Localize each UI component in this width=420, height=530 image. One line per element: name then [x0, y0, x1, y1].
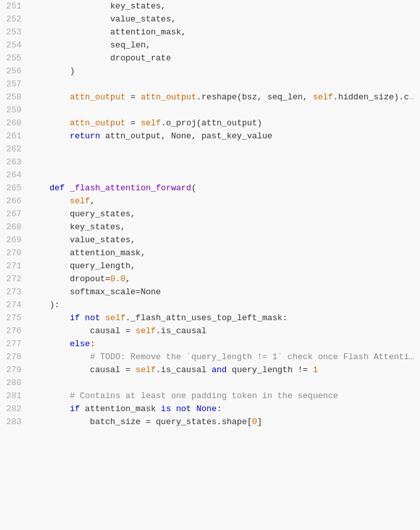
- code-line-263: 263: [0, 156, 420, 169]
- code-line-283: 283 batch_size = query_states.shape[0]: [0, 416, 420, 429]
- line-num-282: 282: [0, 403, 29, 416]
- code-line-258: 258 attn_output = attn_output.reshape(bs…: [0, 91, 420, 104]
- line-num-268: 268: [0, 221, 29, 234]
- line-content-251: key_states,: [29, 0, 420, 13]
- line-num-262: 262: [0, 143, 29, 156]
- code-line-279: 279 causal = self.is_causal and query_le…: [0, 364, 420, 377]
- code-line-255: 255 dropout_rate: [0, 52, 420, 65]
- code-line-257: 257: [0, 78, 420, 91]
- line-content-275: if not self._flash_attn_uses_top_left_ma…: [29, 312, 420, 325]
- line-content-260: attn_output = self.o_proj(attn_output): [29, 117, 420, 130]
- code-line-278: 278 # TODO: Remove the `query_length != …: [0, 351, 420, 364]
- line-content-270: attention_mask,: [29, 247, 420, 260]
- line-num-259: 259: [0, 104, 29, 117]
- code-line-274: 274 ):: [0, 299, 420, 312]
- line-content-261: return attn_output, None, past_key_value: [29, 130, 420, 143]
- code-viewer: 251 key_states, 252 value_states, 253 at…: [0, 0, 420, 530]
- code-line-251: 251 key_states,: [0, 0, 420, 13]
- line-num-277: 277: [0, 338, 29, 351]
- code-line-256: 256 ): [0, 65, 420, 78]
- line-num-278: 278: [0, 351, 29, 364]
- code-line-261: 261 return attn_output, None, past_key_v…: [0, 130, 420, 143]
- code-line-252: 252 value_states,: [0, 13, 420, 26]
- code-line-268: 268 key_states,: [0, 221, 420, 234]
- line-content-268: key_states,: [29, 221, 420, 234]
- line-num-260: 260: [0, 117, 29, 130]
- line-content-253: attention_mask,: [29, 26, 420, 39]
- line-num-251: 251: [0, 0, 29, 13]
- code-line-264: 264: [0, 169, 420, 182]
- line-num-275: 275: [0, 312, 29, 325]
- code-line-277: 277 else:: [0, 338, 420, 351]
- code-line-253: 253 attention_mask,: [0, 26, 420, 39]
- code-line-260: 260 attn_output = self.o_proj(attn_outpu…: [0, 117, 420, 130]
- code-line-273: 273 softmax_scale=None: [0, 286, 420, 299]
- line-num-283: 283: [0, 416, 29, 429]
- line-num-254: 254: [0, 39, 29, 52]
- code-line-276: 276 causal = self.is_causal: [0, 325, 420, 338]
- code-line-267: 267 query_states,: [0, 208, 420, 221]
- code-line-282: 282 if attention_mask is not None:: [0, 403, 420, 416]
- line-num-264: 264: [0, 169, 29, 182]
- line-num-274: 274: [0, 299, 29, 312]
- line-num-281: 281: [0, 390, 29, 403]
- line-num-272: 272: [0, 273, 29, 286]
- line-content-255: dropout_rate: [29, 52, 420, 65]
- line-content-267: query_states,: [29, 208, 420, 221]
- line-content-273: softmax_scale=None: [29, 286, 420, 299]
- line-num-269: 269: [0, 234, 29, 247]
- line-content-252: value_states,: [29, 13, 420, 26]
- line-content-274: ):: [29, 299, 420, 312]
- line-num-279: 279: [0, 364, 29, 377]
- line-num-263: 263: [0, 156, 29, 169]
- line-num-271: 271: [0, 260, 29, 273]
- line-content-269: value_states,: [29, 234, 420, 247]
- code-line-254: 254 seq_len,: [0, 39, 420, 52]
- line-content-265: def _flash_attention_forward(: [29, 182, 420, 195]
- line-num-270: 270: [0, 247, 29, 260]
- line-num-265: 265: [0, 182, 29, 195]
- line-content-272: dropout=0.0,: [29, 273, 420, 286]
- code-line-266: 266 self,: [0, 195, 420, 208]
- line-content-282: if attention_mask is not None:: [29, 403, 420, 416]
- code-line-270: 270 attention_mask,: [0, 247, 420, 260]
- line-content-276: causal = self.is_causal: [29, 325, 420, 338]
- line-num-266: 266: [0, 195, 29, 208]
- code-line-272: 272 dropout=0.0,: [0, 273, 420, 286]
- line-content-254: seq_len,: [29, 39, 420, 52]
- code-line-269: 269 value_states,: [0, 234, 420, 247]
- line-num-253: 253: [0, 26, 29, 39]
- code-line-280: 280: [0, 377, 420, 390]
- line-num-273: 273: [0, 286, 29, 299]
- code-line-262: 262: [0, 143, 420, 156]
- line-content-283: batch_size = query_states.shape[0]: [29, 416, 420, 429]
- line-content-258: attn_output = attn_output.reshape(bsz, s…: [29, 91, 420, 104]
- line-num-280: 280: [0, 377, 29, 390]
- line-num-255: 255: [0, 52, 29, 65]
- code-line-265: 265 def _flash_attention_forward(: [0, 182, 420, 195]
- line-num-276: 276: [0, 325, 29, 338]
- line-num-257: 257: [0, 78, 29, 91]
- line-content-279: causal = self.is_causal and query_length…: [29, 364, 420, 377]
- line-num-252: 252: [0, 13, 29, 26]
- code-line-271: 271 query_length,: [0, 260, 420, 273]
- code-line-281: 281 # Contains at least one padding toke…: [0, 390, 420, 403]
- line-content-278: # TODO: Remove the `query_length != 1` c…: [29, 351, 420, 364]
- line-content-266: self,: [29, 195, 420, 208]
- line-num-267: 267: [0, 208, 29, 221]
- code-line-275: 275 if not self._flash_attn_uses_top_lef…: [0, 312, 420, 325]
- line-content-277: else:: [29, 338, 420, 351]
- line-content-281: # Contains at least one padding token in…: [29, 390, 420, 403]
- line-content-256: ): [29, 65, 420, 78]
- line-num-261: 261: [0, 130, 29, 143]
- line-num-256: 256: [0, 65, 29, 78]
- code-line-259: 259: [0, 104, 420, 117]
- line-content-271: query_length,: [29, 260, 420, 273]
- line-num-258: 258: [0, 91, 29, 104]
